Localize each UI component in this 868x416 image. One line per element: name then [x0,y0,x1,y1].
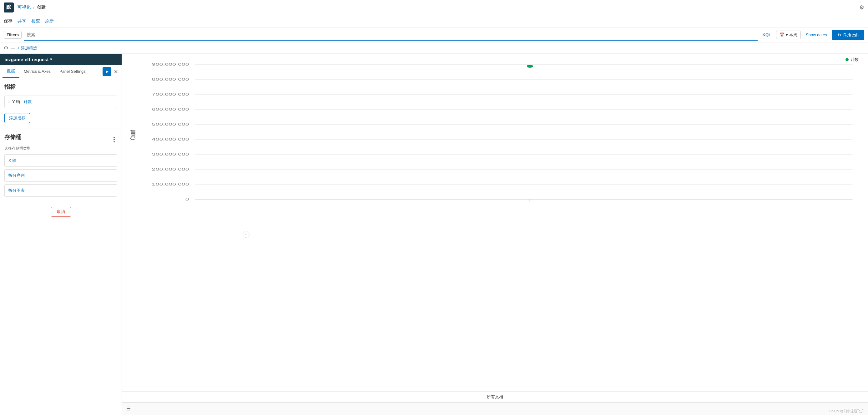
top-bar-right: ⚙ [859,4,864,11]
tab-data[interactable]: 数据 [2,65,20,78]
search-input[interactable] [24,29,757,41]
svg-text:700,000,000: 700,000,000 [152,93,189,96]
refresh-button[interactable]: ↻ Refresh [832,30,864,40]
svg-text:500,000,000: 500,000,000 [152,123,189,126]
chart-area: 计数 Count 900,000,000 800,000,000 700,000… [122,54,868,415]
chart-container: 计数 Count 900,000,000 800,000,000 700,000… [122,54,868,390]
more-options-icon[interactable] [111,136,117,144]
legend-label: 计数 [850,57,859,63]
save-link[interactable]: 保存 [4,19,12,24]
metric-row[interactable]: › Y 轴 计数 [4,96,117,108]
svg-text:800,000,000: 800,000,000 [152,77,189,81]
svg-text:900,000,000: 900,000,000 [152,63,189,66]
cancel-button[interactable]: 取消 [51,207,71,217]
time-picker[interactable]: 📅 ▾ 本周 [776,31,801,39]
bucket-section: 存储桶 选择存储桶类型 X 轴 拆分序列 拆分图表 [0,128,122,204]
svg-text:400,000,000: 400,000,000 [152,137,189,141]
svg-text:600,000,000: 600,000,000 [152,107,189,111]
add-metric-button[interactable]: 添加指标 [4,113,30,123]
legend-dot-icon [845,58,848,61]
refresh-link[interactable]: 刷新 [45,19,54,24]
share-link[interactable]: 共享 [18,19,26,24]
svg-text:300,000,000: 300,000,000 [152,152,189,156]
tab-metrics-axes[interactable]: Metrics & Axes [20,66,55,77]
bottom-bar: ☰ [122,402,868,415]
show-dates-button[interactable]: Show dates [803,33,830,37]
settings-icon[interactable]: ⚙ [859,4,864,11]
index-header[interactable]: bizgame-elf-request-* [0,54,122,65]
metric-value-label: 计数 [24,99,32,105]
filter-label: Filters [4,31,22,39]
tabs: 数据 Metrics & Axes Panel Settings ▶ ✕ [0,65,122,78]
main-content: bizgame-elf-request-* 数据 Metrics & Axes … [0,54,868,415]
kql-badge[interactable]: KQL [760,33,774,37]
add-filter-button[interactable]: + 添加筛选 [18,45,37,51]
bucket-split-series[interactable]: 拆分序列 [4,169,117,182]
svg-text:100,000,000: 100,000,000 [152,182,189,186]
breadcrumb: 可视化 / 创建 [18,5,45,10]
svg-text:Count: Count [129,130,137,140]
close-tab-button[interactable]: ✕ [113,67,119,76]
app-icon: 默 [4,2,14,12]
calendar-icon: 📅 [779,33,784,37]
chart-legend: 计数 [845,57,859,63]
top-bar: 默 可视化 / 创建 ⚙ [0,0,868,15]
chevron-right-icon: › [8,100,10,104]
breadcrumb-current: 创建 [37,5,45,10]
time-chevron-icon: ▾ [786,33,788,37]
metrics-title: 指标 [4,83,117,91]
svg-text:200,000,000: 200,000,000 [152,167,189,171]
breadcrumb-sep: / [33,5,34,10]
inspect-link[interactable]: 检查 [31,19,40,24]
play-button[interactable]: ▶ [102,67,111,76]
svg-text:0: 0 [185,197,189,201]
metric-axis-label: Y 轴 [12,99,20,105]
refresh-label: Refresh [843,33,859,37]
chart-x-label: 所有文档 [122,391,868,402]
bucket-x-axis[interactable]: X 轴 [4,154,117,167]
svg-point-22 [527,65,533,68]
bucket-type-label: 选择存储桶类型 [4,146,117,151]
filter-bar: Filters KQL 📅 ▾ 本周 Show dates ↻ Refresh [0,28,868,42]
divider: — [11,45,15,50]
refresh-icon: ↻ [838,33,841,37]
left-panel: bizgame-elf-request-* 数据 Metrics & Axes … [0,54,122,415]
x-axis-label: 所有文档 [487,394,503,399]
bucket-split-chart[interactable]: 拆分图表 [4,184,117,197]
filter-settings-icon[interactable]: ⚙ [4,45,8,51]
time-period: 本周 [789,32,797,38]
add-filter-row: ⚙ — + 添加筛选 [0,42,868,54]
second-bar: 保存 共享 检查 刷新 [0,15,868,28]
collapse-panel-button[interactable]: ‹ [243,231,250,238]
list-icon[interactable]: ☰ [126,406,131,412]
chart-svg: Count 900,000,000 800,000,000 700,000,00… [128,60,859,210]
attribution: CSDN @刘中流逆飞升 [830,409,864,414]
bucket-title: 存储桶 [4,133,21,141]
breadcrumb-parent[interactable]: 可视化 [18,5,31,10]
metrics-section: 指标 › Y 轴 计数 添加指标 [0,78,122,128]
tab-panel-settings[interactable]: Panel Settings [55,66,90,77]
